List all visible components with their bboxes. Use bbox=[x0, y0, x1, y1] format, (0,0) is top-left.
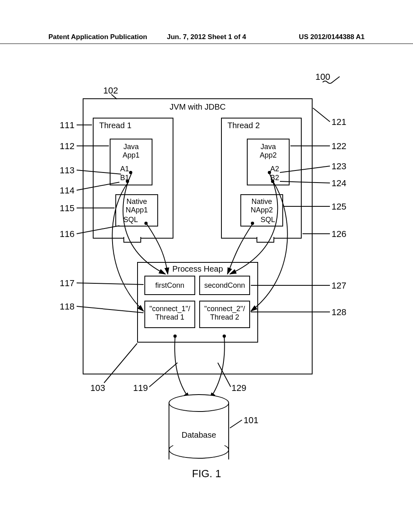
native-app1-box: Native NApp1 SQL bbox=[115, 194, 158, 227]
sql2-label: SQL bbox=[261, 216, 275, 224]
native-app2-label: Native NApp2 bbox=[241, 197, 282, 214]
ref-128: 128 bbox=[332, 307, 346, 318]
ref-126: 126 bbox=[332, 229, 346, 239]
ref-112: 112 bbox=[60, 141, 75, 152]
second-conn-label: secondConn bbox=[200, 281, 249, 290]
ref-102: 102 bbox=[103, 85, 118, 96]
database-cylinder: Database bbox=[169, 394, 229, 459]
page-header: Patent Application Publication Jun. 7, 2… bbox=[0, 33, 413, 44]
connect-1-label: "connect_1"/ Thread 1 bbox=[145, 305, 194, 322]
svg-line-9 bbox=[313, 108, 330, 122]
first-conn-box: firstConn bbox=[144, 276, 195, 295]
ref-114: 114 bbox=[60, 185, 75, 196]
ref-111: 111 bbox=[60, 120, 75, 131]
a2-label: A2 bbox=[270, 165, 279, 173]
java-app2-label: Java App2 bbox=[248, 143, 289, 160]
a1-dot bbox=[129, 171, 132, 174]
thread-2-title: Thread 2 bbox=[227, 121, 301, 130]
b1-dot bbox=[126, 180, 129, 183]
ref-125: 125 bbox=[332, 202, 346, 212]
native-app2-box: Native NApp2 SQL bbox=[240, 194, 283, 227]
ref-103: 103 bbox=[90, 383, 105, 393]
ref-101: 101 bbox=[244, 415, 259, 426]
thread-1-title: Thread 1 bbox=[99, 121, 173, 130]
b2-dot bbox=[271, 180, 274, 183]
thread2-notch bbox=[257, 237, 274, 243]
ref-129: 129 bbox=[232, 383, 246, 393]
connect-2-box: "connect_2"/ Thread 2 bbox=[199, 301, 250, 328]
sql1-label: SQL bbox=[123, 216, 138, 224]
sql1-dot bbox=[144, 222, 148, 225]
first-conn-label: firstConn bbox=[145, 281, 194, 290]
ref-123: 123 bbox=[332, 161, 346, 172]
ref-116: 116 bbox=[60, 229, 75, 239]
header-right: US 2012/0144388 A1 bbox=[299, 33, 365, 41]
ref-100: 100 bbox=[315, 72, 330, 82]
java-app2-box: Java App2 A2 B2 bbox=[247, 139, 290, 185]
ref-115: 115 bbox=[60, 203, 75, 214]
header-center: Jun. 7, 2012 Sheet 1 of 4 bbox=[167, 33, 246, 41]
figure-1-diagram: JVM with JDBC Thread 1 Java App1 A1 B1 N… bbox=[0, 73, 413, 516]
connect-1-box: "connect_1"/ Thread 1 bbox=[144, 301, 195, 328]
ref-119: 119 bbox=[133, 383, 148, 393]
conn1-dot bbox=[173, 335, 177, 338]
sql2-dot bbox=[251, 222, 254, 225]
second-conn-box: secondConn bbox=[199, 276, 250, 295]
thread1-notch bbox=[123, 237, 141, 243]
ref-117: 117 bbox=[60, 278, 75, 289]
a2-dot bbox=[268, 171, 271, 174]
java-app1-box: Java App1 A1 B1 bbox=[110, 139, 152, 185]
ref-122: 122 bbox=[332, 141, 346, 152]
connect-2-label: "connect_2"/ Thread 2 bbox=[200, 305, 249, 322]
ref-113: 113 bbox=[60, 165, 75, 176]
ref-127: 127 bbox=[332, 281, 346, 291]
database-label: Database bbox=[169, 430, 229, 440]
ref-121: 121 bbox=[332, 117, 346, 127]
ref-124: 124 bbox=[332, 178, 346, 189]
process-heap-title: Process Heap bbox=[138, 264, 257, 274]
java-app1-label: Java App1 bbox=[111, 143, 152, 160]
ref-118: 118 bbox=[60, 301, 75, 312]
conn2-dot bbox=[223, 335, 226, 338]
figure-number: FIG. 1 bbox=[192, 468, 221, 480]
native-app1-label: Native NApp1 bbox=[116, 197, 157, 214]
header-left: Patent Application Publication bbox=[48, 33, 147, 41]
jvm-title: JVM with JDBC bbox=[83, 102, 312, 112]
a1-label: A1 bbox=[120, 165, 129, 173]
svg-line-18 bbox=[230, 420, 242, 428]
